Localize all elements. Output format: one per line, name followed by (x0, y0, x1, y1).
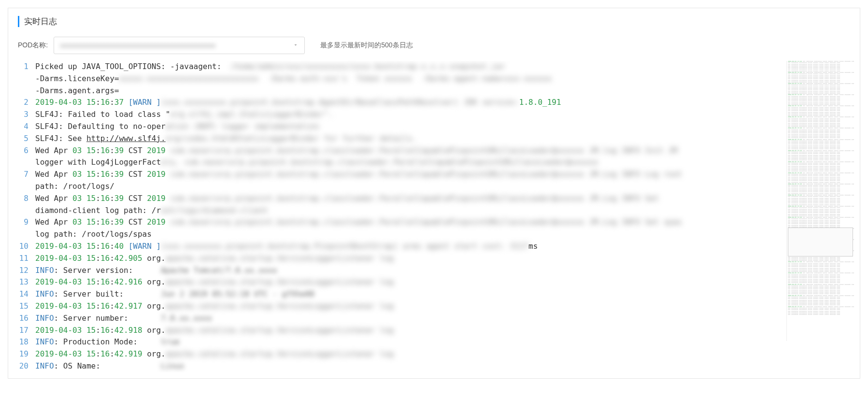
chevron-down-icon (293, 42, 299, 49)
line-number: 15 (18, 300, 35, 313)
log-text: INFO: Server built: Jun 2 2019 05:52:18 … (35, 288, 314, 300)
line-number: 8 (18, 193, 35, 205)
log-line: 1Picked up JAVA_TOOL_OPTIONS: -javaagent… (18, 61, 780, 73)
log-text: Wed Apr 03 15:16:39 CST 2019 com.naverco… (35, 216, 682, 228)
log-line: 112019-04-03 15:16:42.905 org.apache.cat… (18, 253, 780, 265)
log-text: 2019-04-03 15:16:42.905 org.apache.catal… (35, 253, 394, 265)
line-number: 16 (18, 313, 35, 325)
log-line: 7Wed Apr 03 15:16:39 CST 2019 com.naverc… (18, 169, 780, 181)
log-content[interactable]: 1Picked up JAVA_TOOL_OPTIONS: -javaagent… (18, 61, 780, 372)
line-number: 10 (18, 241, 35, 253)
log-text: SLF4J: See http://www.slf4j.org/codes.ht… (35, 133, 417, 145)
log-line: 102019-04-03 15:16:40 [WARN ](xxx.xxxxxx… (18, 241, 780, 253)
line-number: 7 (18, 169, 35, 181)
log-minimap[interactable]: 2019-04-03 15:16 xxx xxxxxxxx xxxxxxxxx … (786, 61, 854, 341)
log-line: 8Wed Apr 03 15:16:39 CST 2019 com.naverc… (18, 193, 780, 205)
log-line: 9Wed Apr 03 15:16:39 CST 2019 com.naverc… (18, 216, 780, 228)
pod-name-select[interactable]: xxxxxxxxxxxxxxxxxxxxxxxxxxxxxxxxxxxxxxxx… (54, 37, 305, 54)
log-text: 2019-04-03 15:16:42.917 org.apache.catal… (35, 300, 394, 313)
pod-name-label: POD名称: (18, 41, 48, 50)
log-line: 3SLF4J: Failed to load class "org.slf4j.… (18, 109, 780, 121)
minimap-highlight-block (788, 228, 853, 256)
log-text: INFO: Production Mode: true (35, 336, 180, 348)
line-number: 1 (18, 61, 35, 73)
log-line-wrap: -Darms.licenseKey=xxxxx-xxxxxxxxxxxxxxxx… (18, 73, 780, 85)
line-number: 3 (18, 109, 35, 121)
log-area: 1Picked up JAVA_TOOL_OPTIONS: -javaagent… (8, 61, 860, 372)
log-line-wrap: diamond-client log path: /root/logs/diam… (18, 205, 780, 217)
log-line: 12INFO: Server version: Apache Tomcat/7.… (18, 265, 780, 277)
log-text: SLF4J: Defaulting to no-operation (NOP) … (35, 121, 319, 133)
log-line-wrap: logger with Log4jLoggerFactory, com.nave… (18, 157, 780, 169)
log-text: INFO: Server number: 7.0.xx.xxxx (35, 313, 212, 325)
line-number: 13 (18, 276, 35, 288)
log-line: 6Wed Apr 03 15:16:39 CST 2019 com.naverc… (18, 145, 780, 157)
max-logs-hint: 最多显示最新时间的500条日志 (320, 41, 413, 50)
line-number: 19 (18, 348, 35, 360)
log-text: INFO: Server version: Apache Tomcat/7.0.… (35, 265, 277, 277)
pod-select-value: xxxxxxxxxxxxxxxxxxxxxxxxxxxxxxxxxxxxxxxx… (60, 42, 289, 49)
control-row: POD名称: xxxxxxxxxxxxxxxxxxxxxxxxxxxxxxxxx… (8, 33, 860, 61)
log-text: SLF4J: Failed to load class "org.slf4j.i… (35, 109, 333, 121)
log-line: 192019-04-03 15:16:42.919 org.apache.cat… (18, 348, 780, 360)
log-text: 2019-04-03 15:16:37 [WARN ](xxx.xxxxxxxx… (35, 97, 561, 109)
log-text: Wed Apr 03 15:16:39 CST 2019 com.naverco… (35, 169, 682, 181)
log-line-wrap: -Darms.agent.args= (18, 85, 780, 97)
realtime-log-panel: 实时日志 POD名称: xxxxxxxxxxxxxxxxxxxxxxxxxxxx… (8, 8, 860, 379)
log-line: 20INFO: OS Name: Linux (18, 360, 780, 372)
line-number: 11 (18, 253, 35, 265)
log-text: 2019-04-03 15:16:42.919 org.apache.catal… (35, 348, 394, 360)
log-text: 2019-04-03 15:16:40 [WARN ](xxx.xxxxxxxx… (35, 241, 538, 253)
log-line: 172019-04-03 15:16:42.918 org.apache.cat… (18, 325, 780, 337)
panel-title: 实时日志 (18, 16, 850, 27)
line-number: 2 (18, 97, 35, 109)
line-number: 17 (18, 325, 35, 337)
line-number: 6 (18, 145, 35, 157)
log-line: 22019-04-03 15:16:37 [WARN ](xxx.xxxxxxx… (18, 97, 780, 109)
log-text: 2019-04-03 15:16:42.916 org.apache.catal… (35, 276, 394, 288)
line-number: 18 (18, 336, 35, 348)
log-line: 152019-04-03 15:16:42.917 org.apache.cat… (18, 300, 780, 313)
line-number: 4 (18, 121, 35, 133)
line-number: 5 (18, 133, 35, 145)
log-text: 2019-04-03 15:16:42.918 org.apache.catal… (35, 325, 394, 337)
line-number: 14 (18, 288, 35, 300)
log-line: 14INFO: Server built: Jun 2 2019 05:52:1… (18, 288, 780, 300)
log-text: Picked up JAVA_TOOL_OPTIONS: -javaagent:… (35, 61, 505, 73)
log-line: 5SLF4J: See http://www.slf4j.org/codes.h… (18, 133, 780, 145)
line-number: 12 (18, 265, 35, 277)
log-text: Wed Apr 03 15:16:39 CST 2019 com.naverco… (35, 193, 659, 205)
log-line: 4SLF4J: Defaulting to no-operation (NOP)… (18, 121, 780, 133)
log-line: 16INFO: Server number: 7.0.xx.xxxx (18, 313, 780, 325)
log-text: Wed Apr 03 15:16:39 CST 2019 com.naverco… (35, 145, 677, 157)
line-number: 9 (18, 216, 35, 228)
log-line-wrap: path: /root/logs/ (18, 181, 780, 193)
panel-header: 实时日志 (8, 8, 860, 33)
log-line: 132019-04-03 15:16:42.916 org.apache.cat… (18, 276, 780, 288)
line-number: 20 (18, 360, 35, 372)
log-line: 18INFO: Production Mode: true (18, 336, 780, 348)
log-text: INFO: OS Name: Linux (35, 360, 184, 372)
log-line-wrap: log path: /root/logs/spas (18, 228, 780, 241)
